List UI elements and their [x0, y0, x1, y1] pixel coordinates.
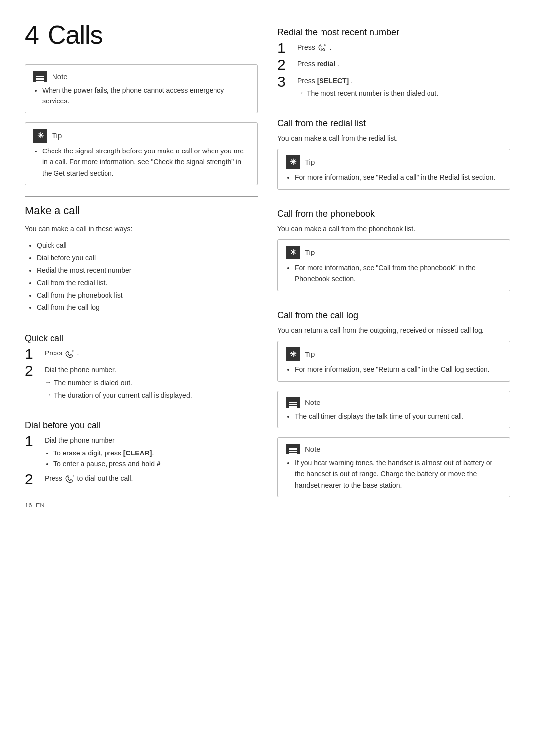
chapter-title-text: Calls	[48, 20, 103, 49]
call-log-section: Call from the call log You can return a …	[277, 310, 510, 382]
redial-step-1: 1 Press R .	[277, 42, 510, 55]
right-column: Redial the most recent number 1 Press R …	[277, 20, 510, 509]
note-header-1: Note	[33, 71, 249, 82]
divider-make-call	[25, 196, 258, 197]
chapter-number: 4	[25, 20, 39, 49]
arrow-icon-1: →	[45, 390, 51, 400]
quick-call-title: Quick call	[25, 333, 258, 344]
divider-right-top	[277, 20, 510, 20]
tip-list-1: Check the signal strength before you mak…	[33, 146, 249, 179]
quick-call-steps: 1 Press R . 2	[25, 348, 258, 401]
chapter-title: 4Calls	[25, 20, 258, 50]
dial-before-steps: 1 Dial the phone number To erase a digit…	[25, 435, 258, 487]
phone-icon-redial: R	[318, 44, 327, 51]
redial-step-num-2: 2	[277, 57, 292, 72]
make-a-call-intro: You can make a call in these ways:	[25, 223, 258, 234]
note-box-3: Note If you hear warning tones, the hand…	[277, 437, 510, 497]
note-icon-2	[286, 397, 300, 408]
divider-call-log	[277, 302, 510, 302]
tip-icon-redial	[286, 155, 300, 169]
step1-suffix: .	[77, 349, 79, 357]
note-list-3: If you hear warning tones, the handset i…	[286, 457, 502, 491]
tip-item-1-0: Check the signal strength before you mak…	[42, 146, 249, 179]
tip-list-redial: For more information, see "Redial a call…	[286, 172, 502, 183]
dial-before-title: Dial before you call	[25, 420, 258, 431]
page-container: 4Calls Note When the power fails, the ph…	[25, 20, 510, 509]
tip-box-redial: Tip For more information, see "Redial a …	[277, 149, 510, 189]
divider-quick-call	[25, 325, 258, 325]
dial-before-step-content-1: Dial the phone number To erase a digit, …	[45, 435, 258, 470]
step2-text: Dial the phone number.	[45, 366, 116, 374]
tip-label-1: Tip	[52, 131, 62, 140]
footer-lang: EN	[36, 502, 45, 509]
note-box-1: Note When the power fails, the phone can…	[25, 64, 258, 113]
tip-label-redial: Tip	[305, 158, 315, 166]
step2-arrow-0: → The number is dialed out.	[45, 377, 258, 388]
redial-step2-suffix: .	[337, 60, 339, 68]
way-5: Call from the call log	[37, 302, 258, 314]
way-3: Call from the redial list.	[37, 277, 258, 289]
note-header-2: Note	[286, 397, 502, 408]
arrow-icon-0: →	[45, 377, 51, 388]
tip-header-redial: Tip	[286, 155, 502, 169]
redial-step-num-3: 3	[277, 74, 292, 89]
redial-step-num-1: 1	[277, 41, 292, 55]
tip-icon-1	[33, 129, 47, 143]
tip-box-1: Tip Check the signal strength before you…	[25, 122, 258, 185]
redial-section: Redial the most recent number 1 Press R …	[277, 27, 510, 99]
call-redial-title: Call from the redial list	[277, 118, 510, 129]
dial-before-step2-prefix: Press	[45, 474, 62, 482]
divider-phonebook	[277, 201, 510, 201]
redial-step-2: 2 Press redial .	[277, 58, 510, 72]
note-box-2: Note The call timer displays the talk ti…	[277, 391, 510, 428]
svg-text:R: R	[71, 350, 74, 353]
note-list-2: The call timer displays the talk time of…	[286, 411, 502, 422]
redial-title: Redial the most recent number	[277, 27, 510, 38]
note-header-3: Note	[286, 444, 502, 454]
dial-before-step1-text: Dial the phone number	[45, 436, 115, 444]
redial-step3-suffix: .	[351, 77, 353, 85]
note-label-1: Note	[52, 72, 68, 81]
call-phonebook-section: Call from the phonebook You can make a c…	[277, 209, 510, 291]
divider-redial-list	[277, 110, 510, 110]
tip-list-log: For more information, see "Return a call…	[286, 364, 502, 375]
dial-before-step1-bullets: To erase a digit, press [CLEAR]. To ente…	[45, 448, 258, 470]
dial-before-step2-suffix: to dial out the call.	[77, 474, 133, 482]
svg-text:R: R	[71, 475, 74, 477]
redial-step3-text: Press	[297, 77, 315, 85]
make-a-call-title: Make a call	[25, 204, 258, 217]
dial-before-step-num-2: 2	[25, 472, 40, 487]
footer-page: 16	[25, 502, 32, 509]
redial-step1-suffix: .	[330, 43, 332, 51]
tip-box-phonebook: Tip For more information, see "Call from…	[277, 239, 510, 291]
divider-dial-before	[25, 412, 258, 412]
tip-header-1: Tip	[33, 129, 249, 143]
dial-before-bullet-1: To enter a pause, press and hold #.	[54, 458, 258, 469]
step-content-2: Dial the phone number. → The number is d…	[45, 364, 258, 401]
dial-before-step-2: 2 Press R to dial out the call.	[25, 473, 258, 487]
tip-item-log-0: For more information, see "Return a call…	[295, 364, 502, 375]
page-footer: 16 EN	[25, 502, 258, 509]
tip-icon-phonebook	[286, 246, 300, 259]
dial-before-bullet-0: To erase a digit, press [CLEAR].	[54, 448, 258, 458]
tip-label-log: Tip	[305, 350, 315, 358]
step-num-1: 1	[25, 347, 40, 361]
dial-before-step-1: 1 Dial the phone number To erase a digit…	[25, 435, 258, 470]
note-list-1: When the power fails, the phone cannot a…	[33, 85, 249, 107]
call-redial-section: Call from the redial list You can make a…	[277, 118, 510, 190]
call-phonebook-intro: You can make a call from the phonebook l…	[277, 223, 510, 234]
redial-step2-bold: redial	[317, 60, 335, 68]
call-log-title: Call from the call log	[277, 310, 510, 321]
tip-list-phonebook: For more information, see "Call from the…	[286, 262, 502, 285]
step2-arrow-text-1: The duration of your current call is dis…	[54, 390, 192, 401]
arrow-icon-r3: →	[297, 88, 304, 98]
quick-call-step-1: 1 Press R .	[25, 348, 258, 361]
tip-item-redial-0: For more information, see "Redial a call…	[295, 172, 502, 183]
redial-step-content-2: Press redial .	[297, 58, 510, 69]
redial-step3-bracket: [SELECT]	[317, 77, 349, 85]
call-redial-intro: You can make a call from the redial list…	[277, 133, 510, 144]
dial-before-step-content-2: Press R to dial out the call.	[45, 473, 258, 484]
redial-step-content-1: Press R .	[297, 42, 510, 52]
step-content-1: Press R .	[45, 348, 258, 358]
note-item-2-0: The call timer displays the talk time of…	[295, 411, 502, 422]
